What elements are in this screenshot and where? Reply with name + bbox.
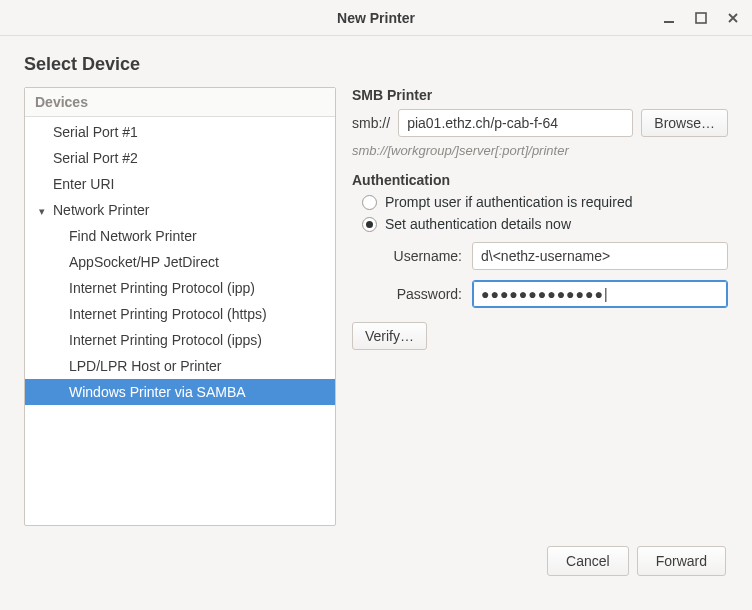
device-item-label: Serial Port #2 bbox=[53, 150, 138, 166]
devices-panel: Devices Serial Port #1Serial Port #2Ente… bbox=[24, 87, 336, 526]
device-item[interactable]: Find Network Printer bbox=[25, 223, 335, 249]
dialog-footer: Cancel Forward bbox=[24, 546, 728, 576]
device-item-label: Network Printer bbox=[53, 202, 149, 218]
maximize-icon[interactable] bbox=[688, 5, 714, 31]
close-icon[interactable] bbox=[720, 5, 746, 31]
password-input[interactable]: ●●●●●●●●●●●●●| bbox=[472, 280, 728, 308]
device-item[interactable]: AppSocket/HP JetDirect bbox=[25, 249, 335, 275]
device-item-label: Internet Printing Protocol (ipps) bbox=[69, 332, 262, 348]
chevron-down-icon[interactable]: ▾ bbox=[39, 205, 49, 218]
cancel-button[interactable]: Cancel bbox=[547, 546, 629, 576]
device-item-label: Find Network Printer bbox=[69, 228, 197, 244]
device-item[interactable]: Internet Printing Protocol (https) bbox=[25, 301, 335, 327]
password-dots: ●●●●●●●●●●●●● bbox=[481, 286, 604, 302]
device-item-label: Windows Printer via SAMBA bbox=[69, 384, 246, 400]
verify-button[interactable]: Verify… bbox=[352, 322, 427, 350]
auth-heading: Authentication bbox=[352, 172, 728, 188]
titlebar: New Printer bbox=[0, 0, 752, 36]
device-item-label: Enter URI bbox=[53, 176, 114, 192]
radio-prompt-row[interactable]: Prompt user if authentication is require… bbox=[362, 194, 728, 210]
device-item[interactable]: Enter URI bbox=[25, 171, 335, 197]
radio-prompt[interactable] bbox=[362, 195, 377, 210]
smb-url-input[interactable] bbox=[398, 109, 633, 137]
smb-hint: smb://[workgroup/]server[:port]/printer bbox=[352, 143, 728, 158]
page-title: Select Device bbox=[24, 54, 728, 75]
device-item[interactable]: LPD/LPR Host or Printer bbox=[25, 353, 335, 379]
username-label: Username: bbox=[362, 248, 462, 264]
browse-button[interactable]: Browse… bbox=[641, 109, 728, 137]
svg-rect-0 bbox=[664, 21, 674, 23]
device-item[interactable]: Serial Port #1 bbox=[25, 119, 335, 145]
device-item[interactable]: Serial Port #2 bbox=[25, 145, 335, 171]
devices-header: Devices bbox=[25, 88, 335, 117]
username-input[interactable] bbox=[472, 242, 728, 270]
smb-heading: SMB Printer bbox=[352, 87, 728, 103]
smb-prefix-label: smb:// bbox=[352, 115, 390, 131]
window-title: New Printer bbox=[337, 10, 415, 26]
svg-rect-1 bbox=[696, 13, 706, 23]
device-item[interactable]: Internet Printing Protocol (ipps) bbox=[25, 327, 335, 353]
radio-setnow-label: Set authentication details now bbox=[385, 216, 571, 232]
smb-settings-panel: SMB Printer smb:// Browse… smb://[workgr… bbox=[352, 87, 728, 350]
device-item-label: Serial Port #1 bbox=[53, 124, 138, 140]
device-item-label: AppSocket/HP JetDirect bbox=[69, 254, 219, 270]
forward-button[interactable]: Forward bbox=[637, 546, 726, 576]
radio-setnow[interactable] bbox=[362, 217, 377, 232]
radio-setnow-row[interactable]: Set authentication details now bbox=[362, 216, 728, 232]
text-caret: | bbox=[604, 286, 609, 302]
radio-prompt-label: Prompt user if authentication is require… bbox=[385, 194, 632, 210]
password-label: Password: bbox=[362, 286, 462, 302]
window-controls bbox=[656, 0, 746, 36]
device-item-label: Internet Printing Protocol (ipp) bbox=[69, 280, 255, 296]
device-item[interactable]: Windows Printer via SAMBA bbox=[25, 379, 335, 405]
device-item-label: LPD/LPR Host or Printer bbox=[69, 358, 222, 374]
minimize-icon[interactable] bbox=[656, 5, 682, 31]
device-item[interactable]: Internet Printing Protocol (ipp) bbox=[25, 275, 335, 301]
devices-list[interactable]: Serial Port #1Serial Port #2Enter URI▾Ne… bbox=[25, 117, 335, 525]
device-item-label: Internet Printing Protocol (https) bbox=[69, 306, 267, 322]
device-item[interactable]: ▾Network Printer bbox=[25, 197, 335, 223]
